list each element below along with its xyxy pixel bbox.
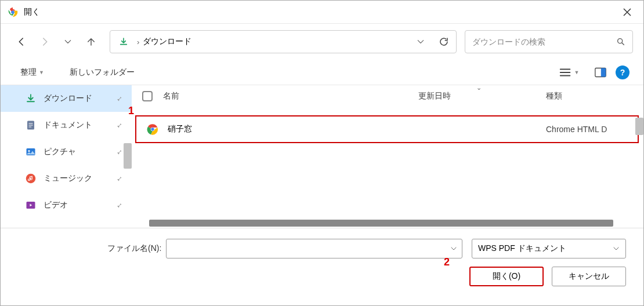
cancel-button[interactable]: キャンセル [552,267,626,286]
music-icon [25,173,37,184]
svg-rect-5 [601,68,606,76]
horizontal-scrollbar[interactable] [149,220,613,227]
chrome-icon [8,7,18,17]
search-input[interactable] [472,37,616,46]
file-type: Chrome HTML D [546,125,633,134]
sidebar-item-label: ビデオ [44,200,108,210]
sort-indicator: ⌄ [476,84,482,92]
close-button[interactable] [618,3,636,21]
file-list: 名前 更新日時⌄ 種類 1 硝子窓 Chrome HTML D [132,85,643,228]
new-folder-button[interactable]: 新しいフォルダー [64,64,140,81]
filename-label: ファイル名(N): [107,243,161,254]
annotation-1: 1 [128,105,134,117]
refresh-button[interactable] [435,33,453,50]
svg-point-13 [151,128,154,130]
up-button[interactable] [81,31,102,52]
sidebar-item-label: ダウンロード [44,93,108,104]
path-separator: › [137,38,139,46]
chevron-down-icon[interactable] [613,245,620,252]
sidebar-item-videos[interactable]: ビデオ [1,192,132,218]
download-icon [25,93,37,104]
chevron-down-icon[interactable] [450,245,457,252]
select-all-checkbox[interactable] [142,91,153,101]
back-button[interactable] [11,31,32,52]
view-mode-button[interactable]: ▼ [559,63,580,82]
annotation-2: 2 [444,256,450,268]
forward-button[interactable] [34,31,55,52]
column-modified[interactable]: 更新日時⌄ [418,91,546,101]
sidebar-scrollbar[interactable] [124,143,132,169]
path-bar[interactable]: › ダウンロード [110,30,457,53]
sidebar-item-downloads[interactable]: ダウンロード [1,85,132,112]
pin-icon [115,175,122,182]
pin-icon [115,148,122,155]
column-name[interactable]: 名前 [163,91,418,101]
document-icon [25,119,37,131]
sidebar-item-label: ドキュメント [44,120,108,130]
sidebar-item-music[interactable]: ミュージック [1,165,132,192]
filename-combobox[interactable] [166,239,462,258]
chrome-icon [142,123,163,135]
pin-icon [115,202,122,209]
filetype-filter[interactable]: WPS PDF ドキュメント [472,239,626,258]
sidebar-item-label: ミュージック [44,173,108,184]
sidebar-item-pictures[interactable]: ピクチャ [1,139,132,165]
column-type[interactable]: 種類 [546,91,633,101]
svg-point-3 [618,39,623,43]
file-row[interactable]: 1 硝子窓 Chrome HTML D [132,115,643,143]
sidebar-item-label: ピクチャ [44,147,108,157]
pin-icon [115,95,122,102]
recent-dropdown[interactable] [57,31,78,52]
open-button[interactable]: 開く(O) [469,267,544,286]
filename-input[interactable] [171,244,450,253]
filter-label: WPS PDF ドキュメント [478,243,613,254]
file-name: 硝子窓 [163,124,418,134]
sidebar-item-documents[interactable]: ドキュメント [1,112,132,139]
window-title: 開く [24,7,618,17]
path-dropdown[interactable] [413,34,428,49]
search-box[interactable] [465,30,633,53]
list-header: 名前 更新日時⌄ 種類 [132,85,643,107]
sidebar: ダウンロード ドキュメント ピクチャ ミュージック ビデオ [1,85,132,228]
svg-point-8 [28,150,30,152]
pin-icon [115,122,122,129]
preview-pane-button[interactable] [590,63,611,82]
path-location[interactable]: ダウンロード [143,37,191,47]
organize-menu[interactable]: 整理 ▼ [15,64,50,81]
picture-icon [25,146,37,158]
vertical-scrollbar[interactable] [635,118,643,135]
help-button[interactable]: ? [616,65,629,79]
video-icon [25,199,37,211]
search-icon[interactable] [616,37,625,46]
download-icon [118,37,129,46]
